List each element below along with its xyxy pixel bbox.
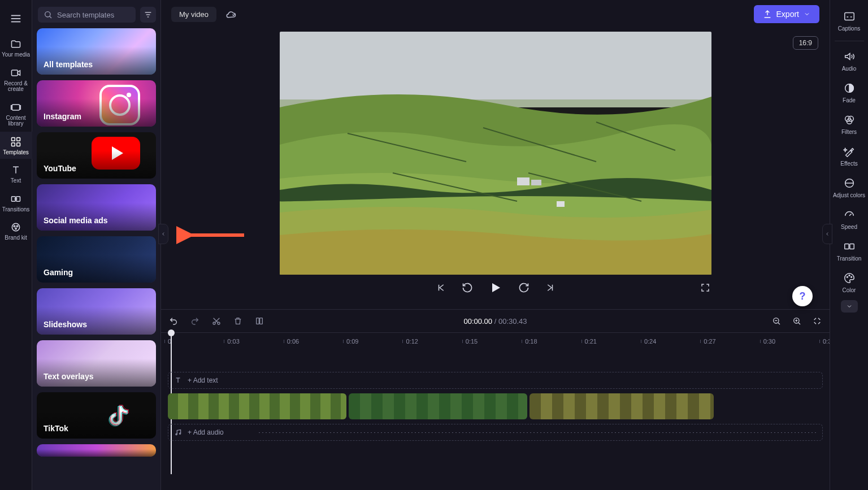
card-text-overlays[interactable]: Text overlays [37,340,156,387]
rr-color[interactable]: Color [830,267,869,297]
rr-speed[interactable]: Speed [830,204,869,233]
card-label: All templates [44,60,93,69]
card-social-media-ads[interactable]: Social media ads [37,184,156,231]
nav-templates[interactable]: Templates [0,132,32,159]
svg-point-14 [14,226,15,227]
nav-label: Record & create [0,81,32,93]
svg-rect-8 [17,137,20,141]
zoom-out-button[interactable] [771,315,782,327]
right-rail: Captions Audio Fade Filters Effects Adju… [830,0,868,490]
skip-end-button[interactable] [544,281,556,294]
svg-point-56 [849,275,850,276]
upload-icon [763,10,772,19]
play-button[interactable] [487,279,504,296]
card-slideshows[interactable]: Slideshows [37,288,156,335]
menu-button[interactable] [10,5,22,33]
rr-adjust-colors[interactable]: Adjust colors [830,172,869,202]
text-track[interactable]: + Add text [168,372,823,389]
help-button[interactable]: ? [792,286,813,306]
nav-label: Brand kit [5,235,27,241]
zoom-in-button[interactable] [791,315,802,327]
nav-text[interactable]: Text [0,160,32,188]
card-partial[interactable] [37,444,156,457]
card-label: Text overlays [44,372,93,381]
clip-1[interactable] [168,393,346,419]
svg-rect-53 [844,244,848,249]
sync-status-icon[interactable] [224,7,238,21]
ruler-tick: 0:03 [227,333,239,349]
filter-icon [144,10,153,19]
timeline: 00:00.00 / 00:30.43 00:030:060:090:120:1… [161,309,830,490]
chevron-left-icon [824,231,830,237]
music-icon [174,428,182,436]
add-text-label: + Add text [188,376,218,384]
ruler-tick: 0:24 [644,333,656,349]
rr-audio[interactable]: Audio [830,46,869,75]
playhead[interactable] [168,329,175,336]
topbar: My video Export [161,0,830,28]
clip-2[interactable] [349,393,527,419]
svg-rect-6 [20,105,21,109]
nav-content-library[interactable]: Content library [0,97,32,131]
card-gaming[interactable]: Gaming [37,236,156,283]
export-label: Export [776,10,799,19]
card-all-templates[interactable]: All templates [37,28,156,75]
card-instagram[interactable]: Instagram [37,80,156,127]
video-track[interactable] [168,393,823,419]
forward-button[interactable] [518,281,530,294]
redo-button[interactable] [189,315,201,327]
nav-your-media[interactable]: Your media [0,34,32,62]
nav-brand-kit[interactable]: Brand kit [0,217,32,245]
clip-3[interactable] [530,393,714,419]
fit-button[interactable] [811,315,823,327]
svg-rect-45 [844,13,854,20]
rr-transition[interactable]: Transition [830,236,869,265]
cut-button[interactable] [211,315,222,327]
annotation-arrow [176,219,250,251]
svg-point-43 [176,433,177,435]
ruler-tick: 0:06 [287,333,299,349]
card-youtube[interactable]: YouTube [37,132,156,179]
instagram-icon [99,85,140,125]
expand-right-panel-button[interactable] [822,224,832,244]
undo-button[interactable] [168,315,179,327]
svg-point-13 [12,223,19,231]
svg-line-40 [798,323,800,324]
audio-track[interactable]: + Add audio [168,424,823,441]
export-button[interactable]: Export [754,5,819,23]
waveform [259,432,817,433]
nav-label: Your media [2,52,30,58]
search-input[interactable]: Search templates [38,7,136,23]
nav-record-create[interactable]: Record & create [0,63,32,96]
rewind-button[interactable] [461,281,474,294]
rr-fade[interactable]: Fade [830,77,869,107]
aspect-ratio-button[interactable]: 16:9 [793,36,818,50]
template-list[interactable]: All templates Instagram YouTube Social m… [32,28,160,490]
card-tiktok[interactable]: TikTok [37,392,156,439]
rr-effects[interactable]: Effects [830,141,869,170]
collapse-panel-button[interactable] [158,224,168,244]
svg-rect-25 [531,180,541,185]
svg-point-15 [16,226,18,227]
filter-button[interactable] [140,7,156,23]
svg-rect-3 [12,70,18,76]
fullscreen-button[interactable] [699,281,711,294]
svg-rect-4 [12,105,19,110]
rr-captions[interactable]: Captions [830,6,869,35]
svg-line-18 [50,16,51,18]
card-label: YouTube [44,164,76,173]
svg-point-55 [847,276,848,277]
playback-controls [280,281,711,294]
video-preview[interactable] [280,32,711,275]
timeline-ruler[interactable]: 00:030:060:090:120:150:180:210:240:270:3… [161,332,830,349]
nav-transitions[interactable]: Transitions [0,189,32,216]
delete-button[interactable] [232,315,244,327]
skip-start-button[interactable] [435,281,448,294]
rr-more-button[interactable] [841,300,858,313]
preview-stage: 16:9 [161,28,830,309]
split-button[interactable] [254,315,265,327]
card-label: Slideshows [44,320,87,329]
project-title[interactable]: My video [171,7,216,22]
ruler-tick: 0:12 [406,333,418,349]
rr-filters[interactable]: Filters [830,109,869,138]
